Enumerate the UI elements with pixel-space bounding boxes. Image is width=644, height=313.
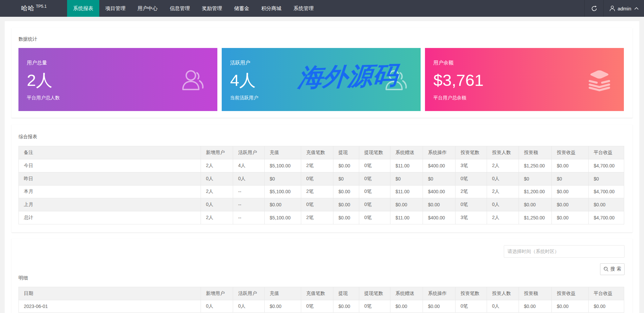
nav-item-1[interactable]: 系统报表	[67, 0, 99, 17]
table-cell: 2人	[201, 159, 233, 172]
table-cell: $0.00	[390, 198, 423, 211]
nav-item-3[interactable]: 用户中心	[131, 0, 164, 17]
table-cell: $0	[390, 172, 423, 185]
table-cell: $5,100.00	[265, 159, 301, 172]
nav-item-2[interactable]: 项目管理	[99, 0, 131, 17]
table-cell: $0	[423, 172, 455, 185]
column-header: 提现	[333, 146, 359, 159]
table-cell: $1,250.00	[519, 159, 552, 172]
column-header: 提现	[333, 287, 359, 300]
table-cell: $4,700.00	[589, 185, 624, 198]
table-cell: 2笔	[301, 211, 333, 224]
column-header: 投资额	[519, 146, 552, 159]
table-cell: $0	[265, 172, 301, 185]
table-cell: $1,250.00	[519, 211, 552, 224]
username: admin	[618, 6, 631, 11]
table-cell: 0笔	[359, 198, 390, 211]
column-header: 投资收益	[552, 146, 589, 159]
nav-item-8[interactable]: 系统管理	[287, 0, 320, 17]
stat-sublabel: 当前活跃用户	[230, 95, 421, 100]
table-cell: 0笔	[359, 159, 390, 172]
search-button[interactable]: 搜 索	[600, 263, 625, 275]
table-cell: 0笔	[301, 172, 333, 185]
nav-menu: 系统报表项目管理用户中心信息管理奖励管理储蓄金积分商城系统管理	[67, 0, 584, 17]
nav-item-5[interactable]: 奖励管理	[196, 0, 228, 17]
table-cell: $0.00	[552, 211, 589, 224]
table-cell: 0人	[487, 300, 519, 312]
table-cell: $0.00	[390, 300, 423, 312]
stat-card-2: 活跃用户4人当前活跃用户	[222, 48, 421, 111]
table-cell: $0	[333, 172, 359, 185]
table-cell: $0.00	[333, 300, 359, 312]
layers-icon	[588, 69, 610, 92]
table-cell: $0	[519, 172, 552, 185]
main-panel: 数据统计 用户总量2人平台用户总人数活跃用户4人当前活跃用户用户余额$3,761…	[5, 21, 639, 313]
table-cell: $11.00	[390, 185, 423, 198]
search-button-label: 搜 索	[610, 266, 621, 272]
table-cell: 0笔	[301, 198, 333, 211]
app-logo-text: 哈哈	[21, 4, 35, 13]
table-cell: 2人	[487, 185, 519, 198]
column-header: 活跃用户	[233, 146, 265, 159]
table-cell: $0.00	[333, 198, 359, 211]
column-header: 日期	[19, 287, 201, 300]
table-cell: 本月	[19, 185, 201, 198]
table-cell: 0笔	[455, 172, 487, 185]
table-cell: 0人	[201, 172, 233, 185]
column-header: 备注	[19, 146, 201, 159]
column-header: 投资额	[519, 287, 552, 300]
stats-row: 用户总量2人平台用户总人数活跃用户4人当前活跃用户用户余额$3,761平台用户总…	[18, 48, 624, 111]
table-row: 今日2人4人$5,100.002笔$0.000笔$11.00$400.003笔2…	[19, 159, 624, 172]
table-cell: $5,100.00	[265, 185, 301, 198]
summary-table: 备注新增用户活跃用户充值充值笔数提现提现笔数系统赠送系统操作投资笔数投资人数投资…	[18, 146, 624, 224]
table-cell: $4,700.00	[589, 211, 624, 224]
table-cell: $11.00	[390, 211, 423, 224]
table-cell: 昨日	[19, 172, 201, 185]
table-cell: $0.00	[333, 211, 359, 224]
table-cell: 0笔	[359, 185, 390, 198]
table-cell: $400.00	[423, 211, 455, 224]
stat-label: 用户总量	[27, 60, 217, 65]
column-header: 充值	[265, 146, 301, 159]
app-logo: 哈哈 TP5.1	[0, 0, 67, 17]
column-header: 新增用户	[201, 287, 233, 300]
table-cell: 2人	[487, 211, 519, 224]
table-cell: 0笔	[455, 198, 487, 211]
user-icon	[609, 5, 615, 11]
column-header: 平台收益	[589, 287, 624, 300]
column-header: 投资人数	[487, 287, 519, 300]
column-header: 充值笔数	[301, 146, 333, 159]
time-range-input[interactable]	[504, 245, 625, 258]
column-header: 投资笔数	[455, 146, 487, 159]
table-cell: 2人	[201, 185, 233, 198]
column-header: 充值笔数	[301, 287, 333, 300]
table-cell: 0笔	[359, 172, 390, 185]
refresh-button[interactable]	[585, 0, 603, 17]
table-cell: 2人	[487, 159, 519, 172]
column-header: 新增用户	[201, 146, 233, 159]
navbar: 哈哈 TP5.1 系统报表项目管理用户中心信息管理奖励管理储蓄金积分商城系统管理…	[0, 0, 644, 17]
nav-item-4[interactable]: 信息管理	[164, 0, 196, 17]
table-row: 本月2人--$5,100.002笔$0.000笔$11.00$400.002笔2…	[19, 185, 624, 198]
table-cell: 0人	[201, 198, 233, 211]
nav-item-7[interactable]: 积分商城	[255, 0, 287, 17]
column-header: 活跃用户	[233, 287, 265, 300]
table-cell: 2人	[201, 211, 233, 224]
table-cell: $0.00	[552, 159, 589, 172]
users-icon	[182, 69, 204, 92]
table-cell: 2笔	[455, 185, 487, 198]
stat-label: 活跃用户	[230, 60, 421, 65]
column-header: 充值	[265, 287, 301, 300]
table-cell: --	[233, 185, 265, 198]
column-header: 投资笔数	[455, 287, 487, 300]
table-cell: $11.00	[390, 159, 423, 172]
table-cell: 0人	[233, 300, 265, 312]
user-menu[interactable]: admin	[604, 0, 644, 17]
table-cell: 0人	[201, 300, 233, 312]
table-header-row: 备注新增用户活跃用户充值充值笔数提现提现笔数系统赠送系统操作投资笔数投资人数投资…	[19, 146, 624, 159]
detail-section: 搜 索 明细 日期新增用户活跃用户充值充值笔数提现提现笔数系统赠送系统操作投资笔…	[11, 239, 633, 313]
nav-item-6[interactable]: 储蓄金	[228, 0, 255, 17]
column-header: 提现笔数	[359, 146, 390, 159]
table-row: 2023-06-010人0人$0.000笔$0.000笔$0.00$0.000笔…	[19, 300, 624, 312]
column-header: 系统赠送	[390, 287, 423, 300]
